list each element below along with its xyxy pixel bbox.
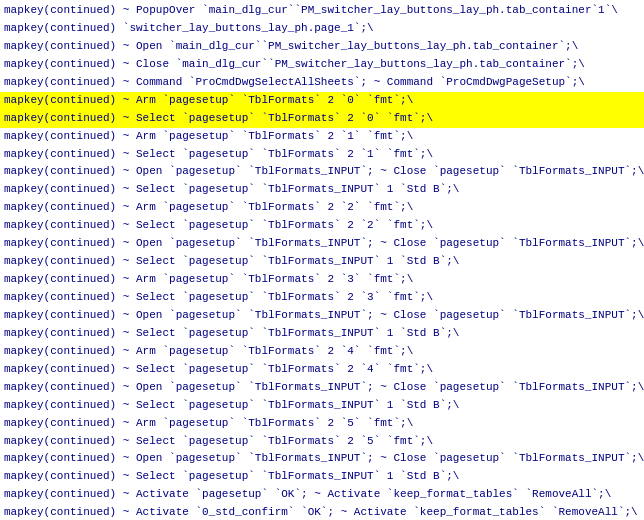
- code-line: mapkey(continued) ~ Select `pagesetup` `…: [0, 325, 644, 343]
- code-line: mapkey(continued) ~ Command `ProCmdDwgSe…: [0, 74, 644, 92]
- code-line: mapkey(continued) ~ Arm `pagesetup` `Tbl…: [0, 199, 644, 217]
- code-line: mapkey(continued) ~ Activate `0_std_conf…: [0, 504, 644, 520]
- code-line: mapkey(continued) ~ Open `pagesetup` `Tb…: [0, 450, 644, 468]
- code-line: mapkey(continued) ~ Open `pagesetup` `Tb…: [0, 163, 644, 181]
- code-line: mapkey(continued) ~ Select `pagesetup` `…: [0, 253, 644, 271]
- code-line: mapkey(continued) ~ Select `pagesetup` `…: [0, 397, 644, 415]
- code-line: mapkey(continued) ~ Select `pagesetup` `…: [0, 361, 644, 379]
- code-line: mapkey(continued) ~ Select `pagesetup` `…: [0, 146, 644, 164]
- code-line: mapkey(continued) ~ Select `pagesetup` `…: [0, 110, 644, 128]
- code-line: mapkey(continued) ~ Activate `pagesetup`…: [0, 486, 644, 504]
- code-line: mapkey(continued) ~ Open `pagesetup` `Tb…: [0, 379, 644, 397]
- code-line: mapkey(continued) ~ PopupOver `main_dlg_…: [0, 2, 644, 20]
- code-line: mapkey(continued) ~ Arm `pagesetup` `Tbl…: [0, 415, 644, 433]
- code-line: mapkey(continued) ~ Arm `pagesetup` `Tbl…: [0, 128, 644, 146]
- text-content-area[interactable]: mapkey(continued) ~ PopupOver `main_dlg_…: [0, 0, 644, 520]
- code-line: mapkey(continued) ~ Select `pagesetup` `…: [0, 181, 644, 199]
- code-line: mapkey(continued) ~ Select `pagesetup` `…: [0, 468, 644, 486]
- code-line: mapkey(continued) ~ Select `pagesetup` `…: [0, 289, 644, 307]
- code-line: mapkey(continued) `switcher_lay_buttons_…: [0, 20, 644, 38]
- code-line: mapkey(continued) ~ Arm `pagesetup` `Tbl…: [0, 343, 644, 361]
- code-line: mapkey(continued) ~ Open `pagesetup` `Tb…: [0, 307, 644, 325]
- code-line: mapkey(continued) ~ Select `pagesetup` `…: [0, 433, 644, 451]
- code-line: mapkey(continued) ~ Arm `pagesetup` `Tbl…: [0, 271, 644, 289]
- code-line: mapkey(continued) ~ Select `pagesetup` `…: [0, 217, 644, 235]
- code-line: mapkey(continued) ~ Close `main_dlg_cur`…: [0, 56, 644, 74]
- code-line: mapkey(continued) ~ Open `main_dlg_cur``…: [0, 38, 644, 56]
- code-line: mapkey(continued) ~ Arm `pagesetup` `Tbl…: [0, 92, 644, 110]
- code-line: mapkey(continued) ~ Open `pagesetup` `Tb…: [0, 235, 644, 253]
